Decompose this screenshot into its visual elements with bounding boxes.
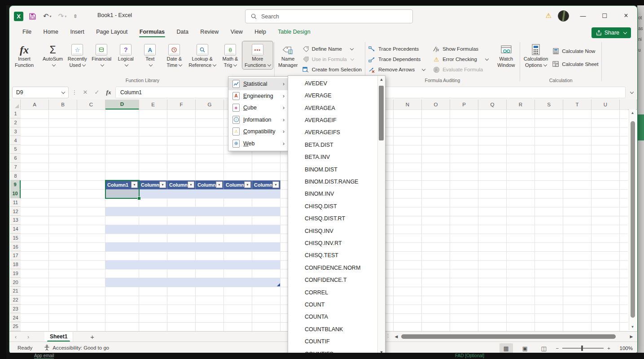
row-header-23[interactable]: 23	[10, 305, 21, 314]
recently-used-button[interactable]: ☆ Recently Used	[65, 41, 89, 69]
insert-function-fx-button[interactable]: fx	[104, 89, 114, 96]
function-item-chisq.dist.rt[interactable]: CHISQ.DIST.RT	[288, 212, 378, 224]
define-name-button[interactable]: Define Name	[300, 44, 364, 53]
function-item-binom.dist[interactable]: BINOM.DIST	[288, 163, 378, 175]
zoom-slider-handle[interactable]	[581, 346, 583, 351]
column-header-N[interactable]: N	[394, 100, 422, 109]
share-button[interactable]: Share	[591, 27, 631, 38]
remove-arrows-button[interactable]: Remove Arrows	[367, 65, 427, 74]
next-sheet-button[interactable]: ›	[22, 334, 35, 340]
function-item-chisq.inv.rt[interactable]: CHISQ.INV.RT	[288, 237, 378, 249]
function-item-confidence.norm[interactable]: CONFIDENCE.NORM	[288, 262, 378, 274]
trace-dependents-button[interactable]: Trace Dependents	[367, 55, 427, 64]
show-formulas-button[interactable]: fx Show Formulas	[431, 44, 490, 53]
function-item-correl[interactable]: CORREL	[288, 286, 378, 298]
row-header-12[interactable]: 12	[10, 207, 21, 216]
more-functions-button[interactable]: ••• More Functions	[242, 41, 273, 69]
math-trig-button[interactable]: θ Math & Trig	[218, 41, 242, 69]
warning-icon[interactable]: ⚠	[546, 12, 552, 20]
menu-scrollbar[interactable]: ▲ ▼	[377, 76, 385, 356]
excel-app-icon[interactable]: X	[14, 12, 23, 21]
name-box-chevron[interactable]	[61, 90, 65, 93]
function-item-binom.dist.range[interactable]: BINOM.DIST.RANGE	[288, 175, 378, 188]
scroll-right-arrow[interactable]: ▶	[628, 334, 635, 339]
tab-help[interactable]: Help	[250, 26, 271, 38]
column-header-U[interactable]: U	[591, 100, 620, 109]
column-header-P[interactable]: P	[450, 100, 478, 109]
insert-function-button[interactable]: fx Insert Function	[12, 41, 36, 69]
save-button[interactable]	[27, 12, 38, 21]
menu-item-statistical[interactable]: Statistical›	[228, 78, 288, 90]
vertical-scroll-thumb[interactable]	[631, 121, 635, 318]
page-break-preview-button[interactable]: ◫	[537, 343, 551, 353]
logical-button[interactable]: ? Logical	[114, 41, 138, 69]
tab-formulas[interactable]: Formulas	[135, 26, 170, 38]
function-item-chisq.inv[interactable]: CHISQ.INV	[288, 225, 378, 237]
tab-data[interactable]: Data	[172, 26, 193, 38]
menu-item-engineering[interactable]: A Engineering›	[228, 90, 288, 102]
filter-dropdown-button[interactable]: ▼	[188, 181, 194, 188]
confirm-entry-button[interactable]: ✓	[92, 89, 102, 96]
row-header-18[interactable]: 18	[10, 260, 21, 269]
close-button[interactable]: ×	[618, 9, 634, 22]
function-item-chisq.test[interactable]: CHISQ.TEST	[288, 250, 378, 262]
row-header-7[interactable]: 7	[10, 163, 21, 172]
lookup-reference-button[interactable]: Lookup & Reference	[186, 41, 218, 69]
cancel-entry-button[interactable]: ✕	[80, 89, 90, 96]
vertical-scrollbar[interactable]: ▲ ▼	[629, 109, 636, 330]
zoom-slider[interactable]	[562, 348, 604, 349]
row-header-15[interactable]: 15	[10, 234, 21, 243]
search-input[interactable]: Search	[245, 9, 413, 23]
expand-formula-bar-chevron[interactable]	[627, 91, 635, 94]
table-header-column4[interactable]: Column4▼	[196, 180, 224, 189]
name-box[interactable]: D9	[12, 87, 69, 98]
column-header-Q[interactable]: Q	[478, 100, 507, 109]
column-header-B[interactable]: B	[49, 100, 77, 109]
zoom-in-button[interactable]: +	[607, 346, 610, 351]
accessibility-status[interactable]: Accessibility: Good to go	[44, 345, 109, 351]
function-item-chisq.dist[interactable]: CHISQ.DIST	[288, 200, 378, 212]
fill-handle[interactable]	[137, 197, 141, 200]
redo-button[interactable]: ↷▾	[57, 11, 68, 21]
calculation-options-button[interactable]: Calculation Options	[521, 41, 550, 69]
column-header-partial[interactable]	[620, 100, 637, 109]
row-header-10[interactable]: 10	[10, 189, 21, 198]
create-from-selection-button[interactable]: Create from Selection	[300, 65, 364, 74]
tab-insert[interactable]: Insert	[65, 26, 89, 38]
calculate-sheet-button[interactable]: Calculate Sheet	[550, 60, 600, 69]
column-header-S[interactable]: S	[535, 100, 563, 109]
function-item-average[interactable]: AVERAGE	[288, 89, 378, 101]
text-button[interactable]: A Text	[138, 41, 162, 69]
table-header-column5[interactable]: Column5▼	[224, 180, 252, 189]
function-item-averageifs[interactable]: AVERAGEIFS	[288, 127, 378, 139]
row-header-17[interactable]: 17	[10, 251, 21, 260]
customize-qat-button[interactable]: ⇳	[72, 13, 79, 20]
row-header-13[interactable]: 13	[10, 216, 21, 225]
table-resize-handle[interactable]	[277, 283, 280, 286]
table-header-column2[interactable]: Column2▼	[139, 180, 167, 189]
page-layout-view-button[interactable]: ▣	[518, 343, 532, 353]
tab-file[interactable]: File	[18, 26, 36, 38]
menu-scroll-up-arrow[interactable]: ▲	[378, 76, 385, 83]
menu-item-information[interactable]: i Information›	[228, 114, 288, 126]
function-item-count[interactable]: COUNT	[288, 298, 378, 311]
filter-dropdown-button[interactable]: ▼	[244, 181, 251, 188]
horizontal-scroll-thumb[interactable]	[401, 334, 616, 339]
tab-home[interactable]: Home	[39, 26, 63, 38]
error-checking-button[interactable]: ⚠ Error Checking	[431, 55, 490, 64]
tab-page-layout[interactable]: Page Layout	[91, 26, 132, 38]
row-header-22[interactable]: 22	[10, 296, 21, 305]
function-item-binom.inv[interactable]: BINOM.INV	[288, 188, 378, 200]
menu-scroll-thumb[interactable]	[379, 86, 384, 140]
formula-bar-splitter[interactable]: ⋮	[70, 89, 79, 96]
row-header-19[interactable]: 19	[10, 269, 21, 278]
filter-dropdown-button[interactable]: ▼	[272, 181, 279, 188]
table-header-column6[interactable]: Column6▼	[252, 180, 280, 189]
add-sheet-button[interactable]: +	[90, 333, 94, 341]
menu-item-web[interactable]: ⊕ Web›	[228, 138, 288, 150]
row-header-6[interactable]: 6	[10, 154, 21, 163]
normal-view-button[interactable]: ▦	[499, 343, 513, 353]
row-header-8[interactable]: 8	[10, 171, 21, 180]
row-header-24[interactable]: 24	[10, 313, 21, 322]
function-item-counta[interactable]: COUNTA	[288, 311, 378, 323]
